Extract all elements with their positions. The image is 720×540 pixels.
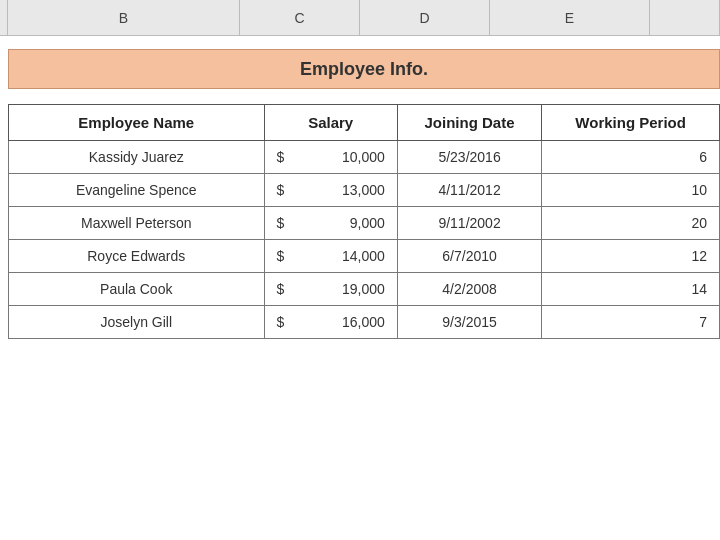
cell-period-5: 7: [542, 306, 720, 339]
cell-date-0: 5/23/2016: [397, 141, 541, 174]
table-row: Royce Edwards $ 14,000 6/7/2010 12: [9, 240, 720, 273]
cell-salary-4: $ 19,000: [264, 273, 397, 306]
cell-salary-5: $ 16,000: [264, 306, 397, 339]
cell-name-0: Kassidy Juarez: [9, 141, 265, 174]
cell-period-4: 14: [542, 273, 720, 306]
cell-name-2: Maxwell Peterson: [9, 207, 265, 240]
row-number-spacer: [0, 0, 8, 35]
cell-salary-val-2: 9,000: [292, 215, 385, 231]
cell-salary-3: $ 14,000: [264, 240, 397, 273]
cell-period-2: 20: [542, 207, 720, 240]
spreadsheet-title: Employee Info.: [300, 59, 428, 80]
cell-salary-val-1: 13,000: [292, 182, 385, 198]
cell-period-1: 10: [542, 174, 720, 207]
title-area: Employee Info.: [8, 44, 720, 94]
table-row: Kassidy Juarez $ 10,000 5/23/2016 6: [9, 141, 720, 174]
th-employee-name: Employee Name: [9, 105, 265, 141]
column-header-row: B C D E: [0, 0, 720, 36]
cell-salary-sign-2: $: [277, 215, 285, 231]
th-joining-date: Joining Date: [397, 105, 541, 141]
cell-salary-sign-4: $: [277, 281, 285, 297]
cell-name-4: Paula Cook: [9, 273, 265, 306]
cell-salary-sign-3: $: [277, 248, 285, 264]
col-header-d: D: [360, 0, 490, 35]
cell-salary-sign-1: $: [277, 182, 285, 198]
employee-table: Employee Name Salary Joining Date Workin…: [8, 104, 720, 339]
cell-name-3: Royce Edwards: [9, 240, 265, 273]
table-row: Joselyn Gill $ 16,000 9/3/2015 7: [9, 306, 720, 339]
cell-salary-val-5: 16,000: [292, 314, 385, 330]
cell-date-1: 4/11/2012: [397, 174, 541, 207]
col-header-rest: [650, 0, 720, 35]
cell-name-5: Joselyn Gill: [9, 306, 265, 339]
cell-date-2: 9/11/2002: [397, 207, 541, 240]
cell-salary-val-4: 19,000: [292, 281, 385, 297]
sheet-body: Employee Info. Employee Name Salary Join…: [0, 36, 720, 339]
cell-date-4: 4/2/2008: [397, 273, 541, 306]
cell-date-3: 6/7/2010: [397, 240, 541, 273]
col-header-e: E: [490, 0, 650, 35]
col-header-c: C: [240, 0, 360, 35]
cell-name-1: Evangeline Spence: [9, 174, 265, 207]
table-row: Paula Cook $ 19,000 4/2/2008 14: [9, 273, 720, 306]
cell-salary-0: $ 10,000: [264, 141, 397, 174]
cell-date-5: 9/3/2015: [397, 306, 541, 339]
table-row: Evangeline Spence $ 13,000 4/11/2012 10: [9, 174, 720, 207]
table-row: Maxwell Peterson $ 9,000 9/11/2002 20: [9, 207, 720, 240]
th-working-period: Working Period: [542, 105, 720, 141]
spreadsheet: B C D E Employee Info. Employee Name Sal…: [0, 0, 720, 540]
cell-salary-val-3: 14,000: [292, 248, 385, 264]
th-salary: Salary: [264, 105, 397, 141]
table-header-row: Employee Name Salary Joining Date Workin…: [9, 105, 720, 141]
cell-period-0: 6: [542, 141, 720, 174]
cell-period-3: 12: [542, 240, 720, 273]
title-cell: Employee Info.: [8, 49, 720, 89]
cell-salary-sign-5: $: [277, 314, 285, 330]
cell-salary-2: $ 9,000: [264, 207, 397, 240]
col-header-b: B: [8, 0, 240, 35]
cell-salary-val-0: 10,000: [292, 149, 385, 165]
cell-salary-1: $ 13,000: [264, 174, 397, 207]
cell-salary-sign-0: $: [277, 149, 285, 165]
